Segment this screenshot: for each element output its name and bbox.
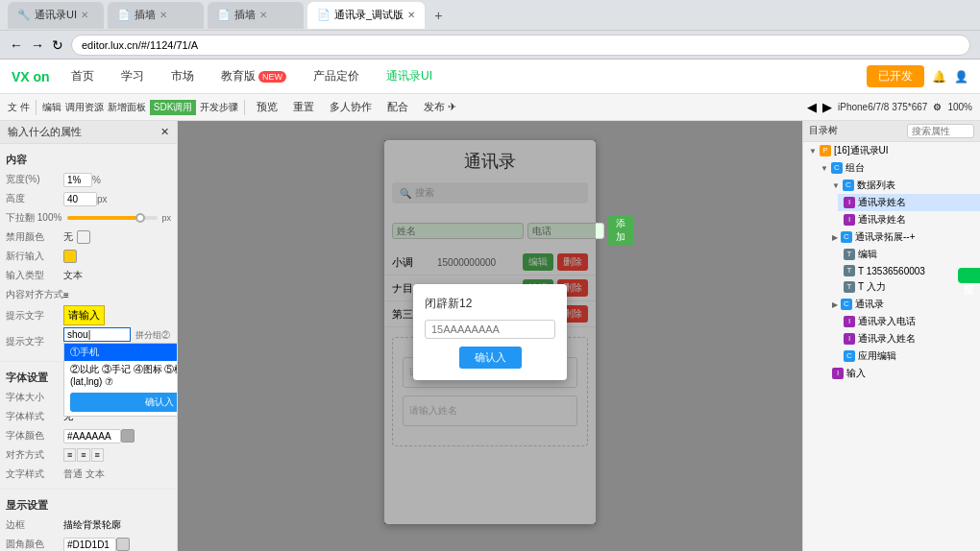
tab-2-close[interactable]: ✕ (159, 10, 167, 20)
tree-icon-7: T (844, 265, 855, 276)
border-row: 边框 描绘背景轮廓 (6, 516, 171, 534)
tree-item-1[interactable]: ▼ C 组台 (815, 159, 980, 177)
bg-color-label: 圆角颜色 (6, 538, 63, 551)
tree-item-12[interactable]: C 应用编辑 (838, 347, 980, 365)
add-contact-button[interactable]: 添加 (608, 215, 633, 246)
dialog-confirm-button[interactable]: 确认入 (459, 347, 522, 369)
align-right-icon[interactable]: ≡ (91, 448, 104, 462)
tree-icon-6: T (844, 249, 855, 260)
resource-menu[interactable]: 调用资源 (65, 101, 104, 114)
login-button[interactable]: 已开发 (867, 65, 924, 87)
phone-frame: 通讯录 🔍 搜索 添加 小调 15000000000 编辑 删除 (384, 140, 596, 524)
avatar[interactable]: 👤 (954, 70, 968, 84)
tree-item-11[interactable]: I 通讯录入姓名 (838, 330, 980, 347)
nav-pricing[interactable]: 产品定价 (307, 64, 365, 88)
match-button[interactable]: 配合 (381, 98, 414, 116)
device-settings[interactable]: ⚙ (933, 102, 942, 112)
tree-item-10[interactable]: I 通讯录入电话 (838, 313, 980, 330)
reset-button[interactable]: 重置 (287, 98, 320, 116)
new-badge: NEW (258, 71, 286, 83)
publish-button[interactable]: 发布 ✈ (418, 98, 462, 116)
nav-learn[interactable]: 学习 (115, 64, 150, 88)
tree-item-3[interactable]: I 通讯录姓名 (838, 194, 980, 211)
width-unit: % (92, 175, 101, 185)
collab-button[interactable]: 多人协作 (324, 98, 378, 116)
width-row: 宽度(%) % (6, 171, 171, 188)
nav-phonebook[interactable]: 通讯录UI (380, 64, 438, 88)
font-color-label: 字体颜色 (6, 429, 63, 443)
tree-item-5[interactable]: ▶ C 通讯录拓展--+ (826, 228, 980, 246)
nav-market[interactable]: 市场 (165, 64, 200, 88)
align-center-icon[interactable]: ≡ (77, 448, 89, 462)
font-title: 字体设置 (6, 368, 48, 387)
width-label: 宽度(%) (6, 173, 63, 186)
tab-1-close[interactable]: ✕ (81, 10, 88, 20)
tree-icon-9: C (841, 299, 852, 310)
feedback-tab[interactable]: 反馈 (958, 268, 980, 283)
nav-edu[interactable]: 教育版 NEW (215, 64, 292, 88)
tree-item-2[interactable]: ▼ C 数据列表 (826, 177, 980, 194)
tab-2[interactable]: 📄 插墙 ✕ (108, 2, 204, 29)
dialog-overlay: 闭辟新12 确认入 (384, 140, 596, 524)
tab-3[interactable]: 📄 插墙 ✕ (208, 2, 304, 29)
width-input[interactable] (63, 173, 92, 187)
slider-label: 下拉翻 100% (6, 211, 63, 225)
autocomplete-confirm[interactable]: 确认入 (70, 393, 178, 412)
preview-button[interactable]: 预览 (251, 98, 283, 116)
dialog-input[interactable] (425, 320, 555, 339)
input-type-label: 输入类型 (6, 269, 63, 282)
tree-item-13[interactable]: I 输入 (826, 365, 980, 382)
right-panel-search[interactable] (907, 124, 974, 138)
bell-icon[interactable]: 🔔 (932, 70, 946, 84)
tree-item-4[interactable]: I 通讯录姓名 (838, 211, 980, 228)
tab-1[interactable]: 🔧 通讯录UI ✕ (8, 2, 104, 29)
tab-2-label: 插墙 (135, 8, 156, 22)
tab-4-close[interactable]: ✕ (407, 10, 415, 20)
autocomplete-item-2[interactable]: ②以此 ③手记 ④图标 ⑤模拟 ⑥地图(lat,lng) ⑦ (64, 361, 178, 389)
bg-color-input[interactable] (63, 538, 116, 552)
tree-icon-root: P (820, 145, 831, 156)
tree-icon-4: I (844, 214, 855, 226)
dev-menu[interactable]: 开发步骤 (200, 101, 238, 114)
nav-edu-label: 教育版 (221, 69, 256, 83)
tab-3-close[interactable]: ✕ (259, 10, 267, 20)
tree-item-6[interactable]: T 编辑 (838, 246, 980, 263)
disabled-color-row: 禁用颜色 无 (6, 228, 171, 246)
back-button[interactable]: ← (10, 37, 23, 53)
prev-button[interactable]: ◀ (807, 100, 817, 114)
font-color-preview[interactable] (121, 429, 135, 443)
slider-track[interactable] (67, 216, 158, 220)
address-input[interactable] (71, 35, 970, 56)
tree-arrow-2: ▼ (832, 181, 840, 190)
file-menu[interactable]: 文 件 (8, 101, 30, 114)
refresh-button[interactable]: ↻ (52, 37, 63, 53)
bg-color-preview[interactable] (116, 538, 130, 551)
close-panel-icon[interactable]: ✕ (160, 126, 169, 138)
pages-menu[interactable]: 新增面板 (108, 101, 146, 114)
logo-text: VX on (12, 69, 50, 84)
input-type-row: 输入类型 文本 (6, 267, 171, 284)
basic-section-title-row: 内容 (6, 150, 171, 169)
tree-label-8: T 入力 (858, 280, 886, 294)
new-input-dot[interactable] (63, 250, 77, 263)
font-color-input[interactable] (63, 429, 121, 443)
align-left-icon[interactable]: ≡ (63, 448, 76, 462)
color-dot-disabled[interactable] (77, 230, 90, 244)
sdk-menu[interactable]: SDK调用 (150, 100, 197, 115)
autocomplete-input[interactable] (63, 327, 131, 342)
next-button[interactable]: ▶ (822, 100, 832, 114)
tree-label-6: 编辑 (858, 248, 877, 261)
align-icon-left[interactable]: ≡ (63, 290, 69, 300)
nav-home[interactable]: 首页 (65, 64, 100, 88)
edit-menu[interactable]: 编辑 (42, 101, 61, 114)
display-title: 显示设置 (6, 495, 48, 515)
tab-4[interactable]: 📄 通讯录_调试版 ✕ (307, 2, 425, 29)
tree-item-9[interactable]: ▶ C 通讯录 (826, 296, 980, 313)
autocomplete-item-phone[interactable]: ①手机 (64, 344, 178, 361)
new-tab-button[interactable]: + (429, 6, 448, 25)
slider-thumb[interactable] (135, 213, 145, 223)
forward-button[interactable]: → (31, 37, 44, 53)
tree-item-root[interactable]: ▼ P [16]通讯录UI (803, 142, 980, 159)
height-input[interactable] (63, 192, 97, 206)
left-panel: 输入什么的属性 ✕ 内容 宽度(%) % 高度 px 下拉翻 100% (0, 121, 178, 551)
